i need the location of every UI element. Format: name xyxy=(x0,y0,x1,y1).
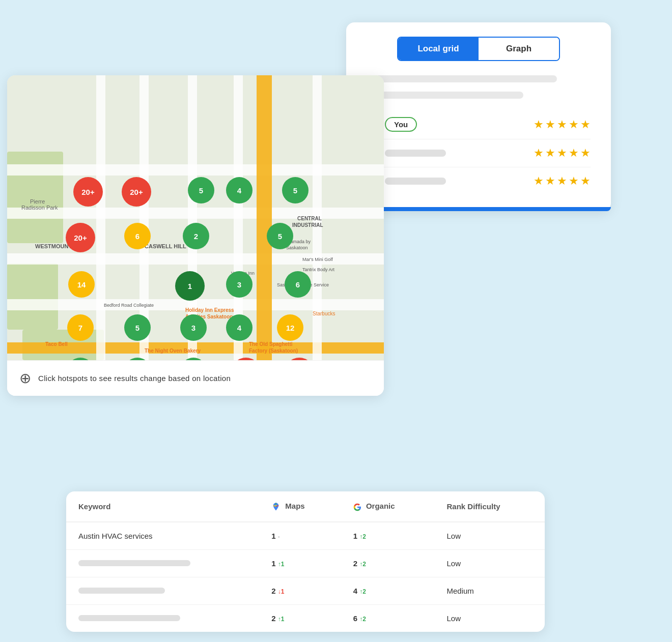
organic-rank-1: 2 ↑2 xyxy=(341,550,435,577)
star-3-3: ★ xyxy=(557,174,567,188)
star-1-4: ★ xyxy=(569,118,579,131)
map-footer: ⊕ Click hotspots to see results change b… xyxy=(7,360,384,396)
star-1-3: ★ xyxy=(557,118,567,131)
stars-3: ★ ★ ★ ★ ★ xyxy=(534,174,591,188)
star-2-5: ★ xyxy=(580,147,591,160)
keyword-cell-1 xyxy=(66,550,259,577)
map-card: Pierre Radisson Park WESTMOUNT CASWELL H… xyxy=(7,75,384,396)
svg-text:Holiday Inn Express: Holiday Inn Express xyxy=(185,307,234,313)
difficulty-cell-2: Medium xyxy=(434,577,545,605)
map-footer-text: Click hotspots to see results change bas… xyxy=(38,374,231,383)
svg-text:The Night Oven Bakery: The Night Oven Bakery xyxy=(145,348,201,354)
map-hotspot-12[interactable]: 6 xyxy=(285,271,311,298)
svg-text:Tantrix Body Art: Tantrix Body Art xyxy=(302,267,335,272)
maps-icon xyxy=(271,502,285,510)
google-icon xyxy=(353,502,366,510)
svg-text:Mar's Mini Golf: Mar's Mini Golf xyxy=(302,257,333,262)
table-row-1: 1 ↑12 ↑2Low xyxy=(66,550,545,577)
col-maps: Maps xyxy=(259,491,341,522)
svg-text:Factory (Saskatoon): Factory (Saskatoon) xyxy=(249,348,298,354)
svg-text:Taco Bell: Taco Bell xyxy=(45,341,68,347)
star-2-2: ★ xyxy=(545,147,555,160)
table-row-0: Austin HVAC services1 -1 ↑2Low xyxy=(66,522,545,550)
svg-text:INDUSTRIAL: INDUSTRIAL xyxy=(292,222,323,228)
graph-tab[interactable]: Graph xyxy=(479,38,559,60)
rankings-list: 1 You ★ ★ ★ ★ ★ 2 ★ ★ ★ ★ ★ 3 xyxy=(362,75,595,195)
map-hotspot-6[interactable]: 6 xyxy=(124,223,151,249)
difficulty-cell-0: Low xyxy=(434,522,545,550)
map-hotspot-15[interactable]: 3 xyxy=(180,314,207,341)
organic-rank-3: 6 ↑2 xyxy=(341,605,435,632)
maps-rank-2: 2 ↓1 xyxy=(259,577,341,605)
keyword-cell-0: Austin HVAC services xyxy=(66,522,259,550)
svg-rect-9 xyxy=(96,75,105,360)
view-toggle[interactable]: Local grid Graph xyxy=(397,37,560,61)
cursor-icon: ⊕ xyxy=(19,370,31,387)
map-hotspot-3[interactable]: 4 xyxy=(226,177,253,203)
map-container[interactable]: Pierre Radisson Park WESTMOUNT CASWELL H… xyxy=(7,75,384,360)
organic-rank-0: 1 ↑2 xyxy=(341,522,435,550)
map-hotspot-13[interactable]: 7 xyxy=(67,314,94,341)
organic-rank-2: 4 ↑2 xyxy=(341,577,435,605)
star-3-1: ★ xyxy=(534,174,544,188)
stars-2: ★ ★ ★ ★ ★ xyxy=(534,147,591,160)
svg-text:Bedford Road Collegiate: Bedford Road Collegiate xyxy=(104,303,154,308)
star-2-1: ★ xyxy=(534,147,544,160)
local-grid-tab[interactable]: Local grid xyxy=(398,38,479,60)
keyword-table: Keyword Maps xyxy=(66,491,545,632)
svg-rect-13 xyxy=(257,75,272,360)
map-hotspot-1[interactable]: 20+ xyxy=(122,177,151,207)
svg-text:Starbucks: Starbucks xyxy=(313,311,335,316)
star-3-5: ★ xyxy=(580,174,591,188)
you-badge: You xyxy=(385,117,417,132)
keyword-cell-3 xyxy=(66,605,259,632)
difficulty-cell-1: Low xyxy=(434,550,545,577)
svg-rect-2 xyxy=(7,264,58,330)
keyword-table-card: Keyword Maps xyxy=(66,491,545,632)
star-1-5: ★ xyxy=(580,118,591,131)
map-hotspot-0[interactable]: 20+ xyxy=(73,177,103,207)
table-row-2: 2 ↓14 ↑2Medium xyxy=(66,577,545,605)
map-hotspot-2[interactable]: 5 xyxy=(188,177,214,203)
svg-text:CENTRAL: CENTRAL xyxy=(297,216,322,221)
maps-label: Maps xyxy=(285,502,304,510)
svg-text:The Old Spaghetti: The Old Spaghetti xyxy=(249,341,293,347)
col-organic: Organic xyxy=(341,491,435,522)
keyword-cell-2 xyxy=(66,577,259,605)
star-2-4: ★ xyxy=(569,147,579,160)
name-placeholder-2 xyxy=(385,150,446,157)
maps-rank-3: 2 ↑1 xyxy=(259,605,341,632)
star-2-3: ★ xyxy=(557,147,567,160)
map-hotspot-7[interactable]: 2 xyxy=(183,223,209,249)
rank-row-2: 2 ★ ★ ★ ★ ★ xyxy=(367,139,591,167)
map-hotspot-8[interactable]: 5 xyxy=(267,223,293,249)
organic-label: Organic xyxy=(366,502,395,510)
map-hotspot-17[interactable]: 12 xyxy=(277,314,303,341)
map-hotspot-11[interactable]: 3 xyxy=(226,271,253,298)
map-hotspot-5[interactable]: 20+ xyxy=(66,223,95,252)
table-row-3: 2 ↑16 ↑2Low xyxy=(66,605,545,632)
col-keyword: Keyword xyxy=(66,491,259,522)
map-hotspot-9[interactable]: 14 xyxy=(68,271,95,298)
rank-row-3: 3 ★ ★ ★ ★ ★ xyxy=(367,167,591,195)
svg-text:CASWELL HILL: CASWELL HILL xyxy=(145,243,186,249)
svg-text:Pierre: Pierre xyxy=(30,198,45,205)
star-1-2: ★ xyxy=(545,118,555,131)
map-hotspot-16[interactable]: 4 xyxy=(226,314,253,341)
map-hotspot-4[interactable]: 5 xyxy=(282,177,309,203)
rank-row-1: 1 You ★ ★ ★ ★ ★ xyxy=(367,110,591,139)
blue-accent-bar xyxy=(346,207,611,211)
map-hotspot-14[interactable]: 5 xyxy=(124,314,151,341)
star-3-2: ★ xyxy=(545,174,555,188)
svg-text:Saskatoon: Saskatoon xyxy=(286,245,308,250)
svg-text:WESTMOUNT: WESTMOUNT xyxy=(35,243,72,249)
stars-1: ★ ★ ★ ★ ★ xyxy=(534,118,591,131)
star-1-1: ★ xyxy=(534,118,544,131)
star-3-4: ★ xyxy=(569,174,579,188)
maps-rank-1: 1 ↑1 xyxy=(259,550,341,577)
name-placeholder-3 xyxy=(385,178,446,185)
maps-rank-0: 1 - xyxy=(259,522,341,550)
map-hotspot-10[interactable]: 1 xyxy=(175,271,205,301)
rankings-card: Local grid Graph 1 You ★ ★ ★ ★ ★ 2 ★ ★ xyxy=(346,22,611,211)
svg-text:Radisson Park: Radisson Park xyxy=(21,205,58,211)
